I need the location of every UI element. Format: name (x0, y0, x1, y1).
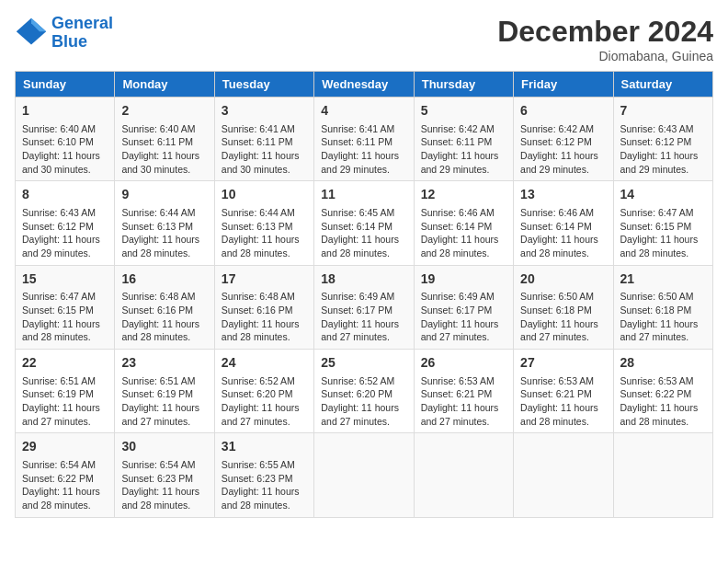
day-info: Sunrise: 6:41 AMSunset: 6:11 PMDaylight:… (321, 122, 406, 177)
calendar-cell: 19Sunrise: 6:49 AMSunset: 6:17 PMDayligh… (414, 265, 513, 349)
day-info: Sunrise: 6:44 AMSunset: 6:13 PMDaylight:… (222, 206, 307, 260)
day-info: Sunrise: 6:53 AMSunset: 6:21 PMDaylight:… (421, 374, 506, 429)
day-number: 19 (421, 270, 506, 289)
calendar-week-row: 29Sunrise: 6:54 AMSunset: 6:22 PMDayligh… (16, 433, 713, 517)
calendar-cell: 13Sunrise: 6:46 AMSunset: 6:14 PMDayligh… (514, 181, 613, 265)
calendar-cell: 26Sunrise: 6:53 AMSunset: 6:21 PMDayligh… (414, 350, 513, 433)
calendar-cell: 4Sunrise: 6:41 AMSunset: 6:11 PMDaylight… (314, 98, 414, 181)
day-number: 1 (22, 102, 108, 121)
day-number: 28 (620, 354, 706, 373)
day-info: Sunrise: 6:55 AMSunset: 6:23 PMDaylight:… (222, 458, 307, 512)
day-number: 16 (121, 270, 207, 289)
calendar-cell: 15Sunrise: 6:47 AMSunset: 6:15 PMDayligh… (16, 265, 115, 349)
calendar-week-row: 22Sunrise: 6:51 AMSunset: 6:19 PMDayligh… (16, 350, 713, 433)
day-number: 17 (222, 270, 307, 289)
calendar-cell: 1Sunrise: 6:40 AMSunset: 6:10 PMDaylight… (16, 98, 115, 181)
calendar-week-row: 1Sunrise: 6:40 AMSunset: 6:10 PMDaylight… (16, 98, 713, 181)
day-number: 9 (121, 186, 207, 204)
day-info: Sunrise: 6:51 AMSunset: 6:19 PMDaylight:… (22, 374, 108, 429)
calendar-table: SundayMondayTuesdayWednesdayThursdayFrid… (15, 71, 713, 518)
calendar-cell: 2Sunrise: 6:40 AMSunset: 6:11 PMDaylight… (115, 98, 214, 181)
calendar-cell: 12Sunrise: 6:46 AMSunset: 6:14 PMDayligh… (414, 181, 513, 265)
day-info: Sunrise: 6:46 AMSunset: 6:14 PMDaylight:… (520, 206, 606, 260)
calendar-cell: 20Sunrise: 6:50 AMSunset: 6:18 PMDayligh… (514, 265, 613, 349)
calendar-cell: 6Sunrise: 6:42 AMSunset: 6:12 PMDaylight… (514, 98, 613, 181)
day-number: 3 (222, 102, 307, 121)
calendar-cell: 21Sunrise: 6:50 AMSunset: 6:18 PMDayligh… (613, 265, 712, 349)
day-number: 14 (620, 186, 706, 204)
day-number: 5 (421, 102, 506, 121)
calendar-cell (514, 433, 613, 517)
calendar-cell: 14Sunrise: 6:47 AMSunset: 6:15 PMDayligh… (613, 181, 712, 265)
day-info: Sunrise: 6:42 AMSunset: 6:11 PMDaylight:… (421, 122, 506, 177)
calendar-cell (414, 433, 513, 517)
day-info: Sunrise: 6:51 AMSunset: 6:19 PMDaylight:… (121, 374, 207, 429)
day-number: 25 (321, 354, 406, 373)
calendar-cell: 22Sunrise: 6:51 AMSunset: 6:19 PMDayligh… (16, 350, 115, 433)
calendar-cell: 27Sunrise: 6:53 AMSunset: 6:21 PMDayligh… (514, 350, 613, 433)
calendar-cell: 25Sunrise: 6:52 AMSunset: 6:20 PMDayligh… (314, 350, 414, 433)
calendar-header-row: SundayMondayTuesdayWednesdayThursdayFrid… (16, 72, 713, 98)
logo-icon (15, 17, 48, 50)
day-info: Sunrise: 6:54 AMSunset: 6:22 PMDaylight:… (22, 458, 108, 512)
calendar-cell (613, 433, 712, 517)
day-info: Sunrise: 6:46 AMSunset: 6:14 PMDaylight:… (421, 206, 506, 260)
day-number: 31 (222, 438, 307, 456)
calendar-cell: 18Sunrise: 6:49 AMSunset: 6:17 PMDayligh… (314, 265, 414, 349)
calendar-cell: 7Sunrise: 6:43 AMSunset: 6:12 PMDaylight… (613, 98, 712, 181)
day-info: Sunrise: 6:54 AMSunset: 6:23 PMDaylight:… (121, 458, 207, 512)
day-number: 7 (620, 102, 706, 121)
calendar-cell: 10Sunrise: 6:44 AMSunset: 6:13 PMDayligh… (214, 181, 313, 265)
day-info: Sunrise: 6:40 AMSunset: 6:10 PMDaylight:… (22, 122, 108, 177)
day-info: Sunrise: 6:47 AMSunset: 6:15 PMDaylight:… (620, 206, 706, 260)
calendar-cell: 8Sunrise: 6:43 AMSunset: 6:12 PMDaylight… (16, 181, 115, 265)
calendar-cell: 17Sunrise: 6:48 AMSunset: 6:16 PMDayligh… (214, 265, 313, 349)
day-number: 15 (22, 270, 108, 289)
day-info: Sunrise: 6:52 AMSunset: 6:20 PMDaylight:… (222, 374, 307, 429)
page-header: General Blue December 2024 Diomabana, Gu… (15, 15, 713, 63)
logo-line2: Blue (51, 32, 87, 51)
day-info: Sunrise: 6:49 AMSunset: 6:17 PMDaylight:… (321, 290, 406, 344)
calendar-cell: 5Sunrise: 6:42 AMSunset: 6:11 PMDaylight… (414, 98, 513, 181)
header-friday: Friday (514, 72, 613, 98)
day-number: 30 (121, 438, 207, 456)
day-number: 20 (520, 270, 606, 289)
day-info: Sunrise: 6:48 AMSunset: 6:16 PMDaylight:… (121, 290, 207, 344)
calendar-cell: 16Sunrise: 6:48 AMSunset: 6:16 PMDayligh… (115, 265, 214, 349)
logo: General Blue (15, 15, 113, 52)
day-info: Sunrise: 6:50 AMSunset: 6:18 PMDaylight:… (620, 290, 706, 344)
day-number: 10 (222, 186, 307, 204)
day-number: 22 (22, 354, 108, 373)
day-info: Sunrise: 6:47 AMSunset: 6:15 PMDaylight:… (22, 290, 108, 344)
calendar-title: December 2024 (497, 15, 713, 49)
day-info: Sunrise: 6:41 AMSunset: 6:11 PMDaylight:… (222, 122, 307, 177)
calendar-cell: 23Sunrise: 6:51 AMSunset: 6:19 PMDayligh… (115, 350, 214, 433)
header-saturday: Saturday (613, 72, 712, 98)
day-number: 18 (321, 270, 406, 289)
day-info: Sunrise: 6:53 AMSunset: 6:22 PMDaylight:… (620, 374, 706, 429)
day-number: 24 (222, 354, 307, 373)
day-number: 27 (520, 354, 606, 373)
title-area: December 2024 Diomabana, Guinea (497, 15, 713, 63)
day-info: Sunrise: 6:52 AMSunset: 6:20 PMDaylight:… (321, 374, 406, 429)
header-tuesday: Tuesday (214, 72, 313, 98)
day-info: Sunrise: 6:43 AMSunset: 6:12 PMDaylight:… (22, 206, 108, 260)
day-info: Sunrise: 6:45 AMSunset: 6:14 PMDaylight:… (321, 206, 406, 260)
header-sunday: Sunday (16, 72, 115, 98)
day-number: 12 (421, 186, 506, 204)
day-info: Sunrise: 6:53 AMSunset: 6:21 PMDaylight:… (520, 374, 606, 429)
header-wednesday: Wednesday (314, 72, 414, 98)
day-number: 26 (421, 354, 506, 373)
day-info: Sunrise: 6:43 AMSunset: 6:12 PMDaylight:… (620, 122, 706, 177)
day-number: 2 (121, 102, 207, 121)
logo-line1: General (51, 14, 113, 32)
calendar-cell: 11Sunrise: 6:45 AMSunset: 6:14 PMDayligh… (314, 181, 414, 265)
calendar-week-row: 8Sunrise: 6:43 AMSunset: 6:12 PMDaylight… (16, 181, 713, 265)
day-number: 29 (22, 438, 108, 456)
day-number: 23 (121, 354, 207, 373)
day-number: 4 (321, 102, 406, 121)
day-info: Sunrise: 6:50 AMSunset: 6:18 PMDaylight:… (520, 290, 606, 344)
day-info: Sunrise: 6:42 AMSunset: 6:12 PMDaylight:… (520, 122, 606, 177)
day-info: Sunrise: 6:44 AMSunset: 6:13 PMDaylight:… (121, 206, 207, 260)
calendar-cell: 30Sunrise: 6:54 AMSunset: 6:23 PMDayligh… (115, 433, 214, 517)
